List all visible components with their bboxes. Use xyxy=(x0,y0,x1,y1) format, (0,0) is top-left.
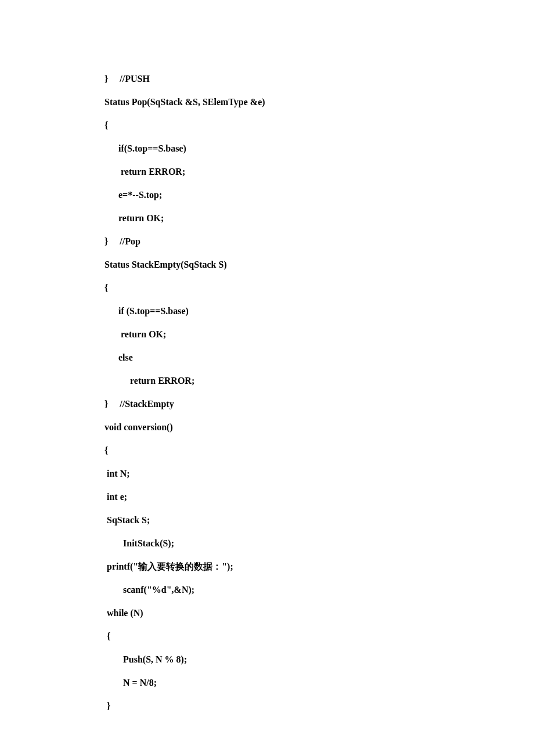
code-line: } //Pop xyxy=(104,230,534,253)
code-line: { xyxy=(104,625,534,648)
code-line: int e; xyxy=(104,485,534,509)
code-line: printf("输入要转换的数据："); xyxy=(104,555,534,578)
code-line: void conversion() xyxy=(104,416,534,439)
code-line: e=*--S.top; xyxy=(104,183,534,207)
code-line: scanf("%d",&N); xyxy=(104,578,534,602)
code-line: InitStack(S); xyxy=(104,532,534,555)
code-block: } //PUSH Status Pop(SqStack &S, SElemTyp… xyxy=(104,67,534,718)
code-line: return OK; xyxy=(104,323,534,346)
code-line: if(S.top==S.base) xyxy=(104,137,534,160)
code-line: N = N/8; xyxy=(104,671,534,694)
code-line: return ERROR; xyxy=(104,160,534,183)
code-line: Push(S, N % 8); xyxy=(104,648,534,671)
code-line: Status StackEmpty(SqStack S) xyxy=(104,253,534,276)
code-line: { xyxy=(104,114,534,137)
code-line: Status Pop(SqStack &S, SElemType &e) xyxy=(104,91,534,114)
code-line: else xyxy=(104,346,534,369)
code-line: while (N) xyxy=(104,602,534,625)
code-line: return ERROR; xyxy=(104,369,534,393)
code-line: if (S.top==S.base) xyxy=(104,300,534,323)
code-line: { xyxy=(104,276,534,300)
code-line: } //StackEmpty xyxy=(104,393,534,416)
code-line: SqStack S; xyxy=(104,509,534,532)
code-line: } //PUSH xyxy=(104,67,534,91)
code-line: int N; xyxy=(104,462,534,485)
code-line: { xyxy=(104,439,534,462)
code-line: } xyxy=(104,694,534,718)
code-line: return OK; xyxy=(104,207,534,230)
